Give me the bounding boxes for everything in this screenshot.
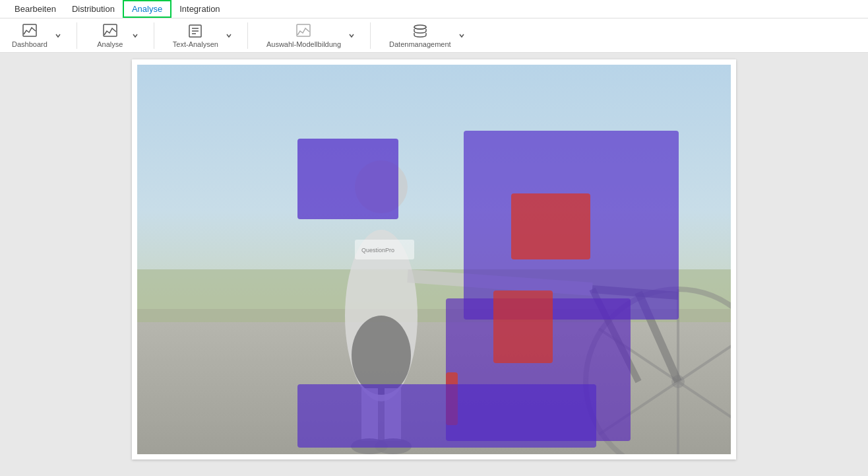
toolbar-separator-1 <box>77 22 77 49</box>
toolbar-text-analysen-arrow[interactable] <box>224 18 234 53</box>
heatmap-region-red-1 <box>511 193 590 259</box>
chevron-down-icon-3 <box>226 32 232 39</box>
toolbar-text-analysen[interactable]: Text-Analysen <box>168 20 224 51</box>
heatmap-wrapper: QuestionPro <box>132 59 736 459</box>
text-analysen-icon <box>187 23 203 39</box>
toolbar-analyse-arrow[interactable] <box>130 18 140 53</box>
heatmap-region-red-2 <box>493 290 553 363</box>
toolbar-separator-4 <box>370 22 371 49</box>
toolbar-analyse-group: Analyse <box>90 18 140 53</box>
toolbar-dashboard-label: Dashboard <box>12 40 47 48</box>
auswahl-icon <box>295 23 311 39</box>
toolbar-separator-2 <box>154 22 154 49</box>
chevron-down-icon-5 <box>458 32 465 39</box>
nav-item-distribution[interactable]: Distribution <box>64 0 123 18</box>
chevron-down-icon <box>55 32 61 39</box>
toolbar-auswahl-group: Auswahl-Modellbildung <box>261 18 357 53</box>
chevron-down-icon-4 <box>348 32 355 39</box>
nav-item-integration[interactable]: Integration <box>171 0 228 18</box>
toolbar-analyse[interactable]: Analyse <box>90 20 130 51</box>
heatmap-region-head <box>297 139 398 219</box>
toolbar-analyse-label: Analyse <box>97 40 123 48</box>
toolbar-dashboard-arrow[interactable] <box>53 18 63 53</box>
toolbar: Dashboard Analyse <box>0 18 868 53</box>
toolbar-text-analysen-group: Text-Analysen <box>168 18 234 53</box>
svg-point-13 <box>352 316 411 395</box>
toolbar-dashboard-group: Dashboard <box>7 18 63 53</box>
chevron-down-icon-2 <box>132 32 139 39</box>
toolbar-datenmanagement-group: Datenmanagement <box>384 18 467 53</box>
heatmap-region-feet <box>297 384 596 448</box>
toolbar-dashboard[interactable]: Dashboard <box>7 20 53 51</box>
toolbar-datenmanagement[interactable]: Datenmanagement <box>384 20 456 51</box>
toolbar-datenmanagement-label: Datenmanagement <box>389 40 451 48</box>
main-content: QuestionPro <box>0 53 868 476</box>
toolbar-auswahl-label: Auswahl-Modellbildung <box>266 40 341 48</box>
nav-item-bearbeiten[interactable]: Bearbeiten <box>7 0 64 18</box>
datenmanagement-icon <box>412 23 428 39</box>
toolbar-separator-3 <box>247 22 248 49</box>
toolbar-auswahl[interactable]: Auswahl-Modellbildung <box>261 20 346 51</box>
dashboard-icon <box>22 23 38 39</box>
toolbar-datenmanagement-arrow[interactable] <box>456 18 467 53</box>
analyse-icon <box>102 23 118 39</box>
heatmap-container: QuestionPro <box>137 65 731 454</box>
nav-item-analyse[interactable]: Analyse <box>123 0 171 18</box>
toolbar-text-analysen-label: Text-Analysen <box>173 40 218 48</box>
top-navigation: Bearbeiten Distribution Analyse Integrat… <box>0 0 868 18</box>
svg-text:QuestionPro: QuestionPro <box>361 247 394 254</box>
toolbar-auswahl-arrow[interactable] <box>346 18 357 53</box>
